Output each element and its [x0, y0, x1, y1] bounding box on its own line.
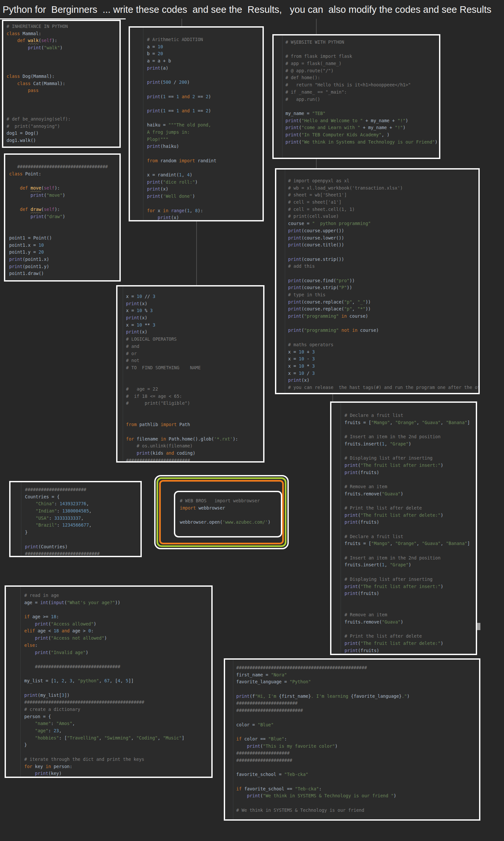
panel-website: # W§EBSITE WITH PYTHON # from flask impo…	[272, 34, 440, 159]
connector-line	[196, 221, 197, 285]
code-operators: x = 10 // 3print(x)x = 10 % 3print(x)x =…	[118, 287, 263, 463]
panel-fruit-list: # Declare a fruit listfruits = ["Mango",…	[330, 401, 477, 655]
panel-arithmetic: # Arithmetic ADDITIONa = 10b = 20a = a +…	[129, 26, 264, 221]
code-age-check: # read in ageage = int(input("What's you…	[6, 587, 211, 778]
code-string-methods: # import openpyxl as xl# wb = xl.load_wo…	[276, 170, 479, 394]
panel-string-methods: # import openpyxl as xl# wb = xl.load_wo…	[275, 168, 480, 394]
panel-class-point: ##################################class …	[4, 153, 121, 281]
connector-line	[332, 394, 333, 401]
code-fruit-list: # Declare a fruit listfruits = ["Mango",…	[331, 403, 476, 655]
panel-fstring-conditions: ########################################…	[224, 658, 480, 821]
panel-inheritance: # INHERETANCE IN PYTHONclass Mammal: def…	[2, 20, 121, 148]
code-website: # W§EBSITE WITH PYTHON # from flask impo…	[274, 35, 439, 159]
panel-operators: x = 10 // 3print(x)x = 10 % 3print(x)x =…	[116, 285, 265, 463]
code-webbrowser: # WEB BROS import webbrowserimport webbr…	[175, 492, 281, 537]
code-collage-page: Python for Berginners ... write these co…	[0, 0, 504, 841]
connector-line	[181, 19, 182, 26]
connector-line	[316, 159, 317, 168]
code-fstring-conditions: ########################################…	[225, 660, 479, 821]
title-divider-line	[0, 18, 126, 19]
code-countries-dict: #######################Countries = { "Ch…	[11, 482, 141, 557]
webbrowser-frame-green: # WEB BROS import webbrowserimport webbr…	[157, 477, 286, 547]
panel-age-check: # read in ageage = int(input("What's you…	[5, 585, 213, 778]
connector-line	[316, 19, 317, 34]
webbrowser-frame-orange: # WEB BROS import webbrowserimport webbr…	[159, 480, 284, 544]
page-title: Python for Berginners ... write these co…	[3, 1, 503, 18]
webbrowser-frame-white: # WEB BROS import webbrowserimport webbr…	[154, 475, 289, 549]
panel-webbrowser: # WEB BROS import webbrowserimport webbr…	[174, 491, 282, 537]
code-class-point: ##################################class …	[5, 155, 120, 281]
code-inheritance: # INHERETANCE IN PYTHONclass Mammal: def…	[3, 21, 120, 148]
panel-countries-dict: #######################Countries = { "Ch…	[9, 481, 142, 557]
code-arithmetic: # Arithmetic ADDITIONa = 10b = 20a = a +…	[130, 28, 263, 221]
